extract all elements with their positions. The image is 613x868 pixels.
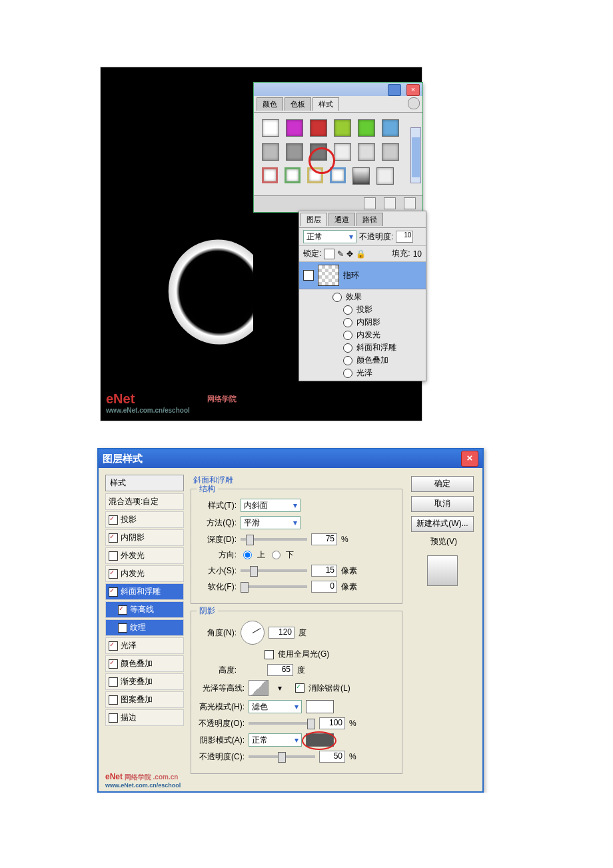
fx-item[interactable]: 内阴影 (356, 317, 380, 328)
panel-titlebar[interactable]: × (254, 83, 422, 96)
style-swatch[interactable] (285, 167, 301, 183)
checkbox-icon[interactable] (109, 587, 118, 597)
tab-color[interactable]: 颜色 (257, 97, 283, 111)
style-swatch[interactable] (310, 143, 327, 161)
style-swatch[interactable] (358, 119, 375, 137)
lock-all-icon[interactable]: 🔒 (356, 249, 366, 259)
technique-dropdown[interactable]: 平滑▾ (241, 516, 301, 529)
close-icon[interactable]: × (461, 451, 478, 467)
style-swatch[interactable] (334, 119, 351, 137)
new-style-icon[interactable] (384, 197, 396, 209)
style-item-outer-glow[interactable]: 外发光 (105, 547, 184, 564)
flyout-menu-icon[interactable] (408, 97, 420, 109)
checkbox-icon[interactable] (109, 695, 118, 705)
style-swatch[interactable] (286, 119, 303, 137)
style-swatch[interactable] (358, 143, 375, 161)
layer-name[interactable]: 指环 (343, 270, 359, 281)
fill-value[interactable]: 10 (413, 249, 422, 259)
style-item-inner-shadow[interactable]: 内阴影 (105, 529, 184, 546)
new-style-button[interactable]: 新建样式(W)... (411, 516, 474, 532)
trash-icon[interactable] (404, 197, 416, 209)
style-swatch[interactable] (310, 119, 327, 137)
style-item-drop-shadow[interactable]: 投影 (105, 511, 184, 528)
blend-mode-dropdown[interactable]: 正常▾ (303, 230, 356, 243)
visibility-icon[interactable] (343, 343, 352, 353)
visibility-icon[interactable] (343, 305, 352, 315)
tab-paths[interactable]: 路径 (356, 213, 383, 226)
opacity-value[interactable]: 10 (396, 231, 413, 243)
soften-input[interactable]: 0 (311, 581, 337, 593)
style-item-contour[interactable]: 等高线 (105, 601, 184, 618)
shadow-mode-dropdown[interactable]: 正常▾ (249, 733, 302, 747)
checkbox-icon[interactable] (109, 659, 118, 669)
highlight-opacity-input[interactable]: 100 (319, 717, 345, 729)
ok-button[interactable]: 确定 (411, 476, 474, 492)
shadow-opacity-input[interactable]: 50 (319, 751, 345, 763)
style-item-texture[interactable]: 纹理 (105, 619, 184, 636)
style-swatch[interactable] (262, 143, 279, 161)
style-swatch[interactable] (286, 143, 303, 161)
fx-item[interactable]: 斜面和浮雕 (356, 342, 396, 353)
checkbox-icon[interactable] (109, 713, 118, 723)
fx-item[interactable]: 颜色叠加 (356, 355, 388, 366)
layer-thumbnail[interactable] (318, 265, 339, 286)
style-item-gradient-overlay[interactable]: 渐变叠加 (105, 673, 184, 690)
style-item-stroke[interactable]: 描边 (105, 709, 184, 726)
size-input[interactable]: 15 (311, 565, 337, 577)
blending-options-item[interactable]: 混合选项:自定 (105, 493, 184, 510)
tab-styles[interactable]: 样式 (312, 97, 339, 111)
checkbox-icon[interactable] (109, 641, 118, 651)
visibility-icon[interactable] (332, 293, 342, 302)
tab-layers[interactable]: 图层 (301, 213, 327, 226)
highlight-color-swatch[interactable] (306, 700, 334, 713)
clear-style-icon[interactable] (364, 197, 376, 209)
highlight-mode-dropdown[interactable]: 滤色▾ (249, 700, 302, 713)
shadow-opacity-slider[interactable] (249, 755, 315, 758)
style-swatch[interactable] (307, 167, 323, 183)
fx-item[interactable]: 内发光 (356, 329, 380, 341)
style-item-satin[interactable]: 光泽 (105, 637, 184, 654)
depth-slider[interactable] (241, 538, 307, 541)
close-icon[interactable]: × (406, 84, 420, 96)
layer-row[interactable]: 指环 (299, 262, 426, 289)
visibility-icon[interactable] (343, 369, 352, 378)
checkbox-icon[interactable] (118, 605, 127, 615)
direction-up-radio[interactable] (243, 551, 252, 559)
lock-paint-icon[interactable]: ✎ (337, 249, 344, 259)
style-item-inner-glow[interactable]: 内发光 (105, 565, 184, 582)
cancel-button[interactable]: 取消 (411, 496, 474, 512)
depth-input[interactable]: 75 (311, 533, 337, 545)
antialias-checkbox[interactable] (295, 683, 305, 693)
checkbox-icon[interactable] (118, 623, 127, 633)
style-swatch[interactable] (334, 143, 351, 161)
checkbox-icon[interactable] (109, 677, 118, 687)
angle-control[interactable] (241, 621, 265, 645)
visibility-icon[interactable] (343, 318, 352, 327)
style-swatch[interactable] (330, 167, 346, 183)
contour-arrow-icon[interactable]: ▾ (278, 683, 282, 693)
angle-input[interactable]: 120 (269, 627, 295, 639)
lock-transparency-icon[interactable] (324, 249, 334, 259)
soften-slider[interactable] (241, 585, 307, 588)
dialog-titlebar[interactable]: 图层样式 × (99, 449, 482, 468)
style-item-bevel-emboss[interactable]: 斜面和浮雕 (105, 583, 184, 600)
style-swatch[interactable] (262, 119, 279, 137)
altitude-input[interactable]: 65 (267, 664, 293, 676)
fx-item[interactable]: 光泽 (356, 367, 372, 379)
style-swatch[interactable] (352, 167, 370, 185)
shadow-color-swatch[interactable] (306, 733, 334, 747)
size-slider[interactable] (241, 569, 307, 572)
tab-swatches[interactable]: 色板 (285, 97, 311, 111)
style-dropdown[interactable]: 内斜面▾ (241, 499, 301, 512)
direction-down-radio[interactable] (272, 551, 281, 559)
contour-picker[interactable] (249, 680, 269, 696)
lock-move-icon[interactable]: ✥ (346, 249, 353, 259)
visibility-icon[interactable] (343, 356, 352, 365)
minimize-icon[interactable] (388, 84, 401, 96)
highlight-opacity-slider[interactable] (249, 722, 315, 725)
tab-channels[interactable]: 通道 (328, 213, 355, 226)
checkbox-icon[interactable] (109, 515, 118, 525)
checkbox-icon[interactable] (109, 551, 118, 561)
style-item-pattern-overlay[interactable]: 图案叠加 (105, 691, 184, 708)
global-light-checkbox[interactable] (265, 650, 274, 659)
